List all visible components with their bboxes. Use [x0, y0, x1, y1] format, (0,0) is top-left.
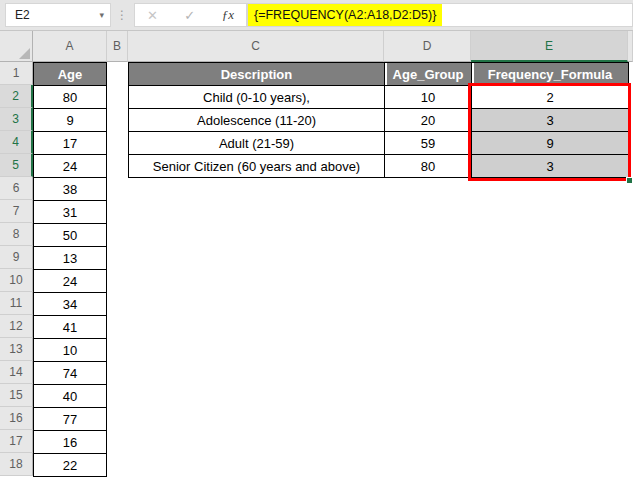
column-header-filler [628, 31, 633, 62]
column-header-d[interactable]: D [384, 31, 471, 62]
age-cell[interactable]: 24 [33, 154, 107, 178]
age-cell[interactable]: 34 [33, 292, 107, 316]
age-group-cell[interactable]: 59 [384, 131, 472, 155]
age-cell[interactable]: 24 [33, 269, 107, 293]
row-header-2[interactable]: 2 [0, 85, 33, 108]
age-cell[interactable]: 50 [33, 223, 107, 247]
row-header-4[interactable]: 4 [0, 131, 33, 154]
formula-text: {=FREQUENCY(A2:A18,D2:D5)} [248, 4, 442, 26]
age-group-cell[interactable]: 20 [384, 108, 472, 132]
row-header-5[interactable]: 5 [0, 154, 33, 177]
row-header-18[interactable]: 18 [0, 453, 33, 476]
age-cell[interactable]: 38 [33, 177, 107, 201]
row-header-14[interactable]: 14 [0, 361, 33, 384]
age-cell[interactable]: 17 [33, 131, 107, 155]
column-header-b[interactable]: B [107, 31, 128, 62]
row-header-13[interactable]: 13 [0, 338, 33, 361]
fill-handle[interactable] [626, 177, 633, 184]
column-header-a[interactable]: A [33, 31, 107, 62]
name-box[interactable]: E2 ▾ [5, 3, 111, 27]
row-header-7[interactable]: 7 [0, 200, 33, 223]
age-cell[interactable]: 16 [33, 430, 107, 454]
row-header-9[interactable]: 9 [0, 246, 33, 269]
frequency-cell[interactable]: 9 [471, 131, 629, 155]
description-cell[interactable]: Adolescence (11-20) [128, 108, 385, 132]
frequency-cell[interactable]: 3 [471, 108, 629, 132]
age-group-header-cell[interactable]: Age_Group [384, 62, 472, 86]
age-cell[interactable]: 22 [33, 453, 107, 477]
row-header-12[interactable]: 12 [0, 315, 33, 338]
chevron-down-icon[interactable]: ▾ [99, 11, 104, 20]
row-header-11[interactable]: 11 [0, 292, 33, 315]
age-cell[interactable]: 74 [33, 361, 107, 385]
description-cell[interactable]: Senior Citizen (60 years and above) [128, 154, 385, 178]
row-header-8[interactable]: 8 [0, 223, 33, 246]
frequency-header-cell[interactable]: Frequency_Formula [471, 62, 629, 86]
frequency-cell[interactable]: 2 [471, 85, 629, 109]
row-header-10[interactable]: 10 [0, 269, 33, 292]
age-cell[interactable]: 10 [33, 338, 107, 362]
cancel-icon[interactable]: ✕ [147, 8, 158, 23]
formula-buttons: ✕ ✓ ƒx [134, 3, 247, 27]
description-header-cell[interactable]: Description [128, 62, 385, 86]
row-header-3[interactable]: 3 [0, 108, 33, 131]
formula-input[interactable]: {=FREQUENCY(A2:A18,D2:D5)} [247, 3, 633, 27]
age-cell[interactable]: 31 [33, 200, 107, 224]
age-header-cell[interactable]: Age [33, 62, 107, 86]
select-all-triangle-icon [19, 48, 30, 59]
fx-icon[interactable]: ƒx [222, 7, 234, 23]
row-header-16[interactable]: 16 [0, 407, 33, 430]
age-cell[interactable]: 40 [33, 384, 107, 408]
column-header-c[interactable]: C [128, 31, 384, 62]
name-box-value: E2 [15, 8, 30, 22]
description-cell[interactable]: Adult (21-59) [128, 131, 385, 155]
vertical-dots-icon: ⋮ [116, 3, 128, 27]
spreadsheet-app: E2 ▾ ⋮ ✕ ✓ ƒx {=FREQUENCY(A2:A18,D2:D5)}… [0, 0, 633, 484]
row-header-17[interactable]: 17 [0, 430, 33, 453]
row-header-1[interactable]: 1 [0, 62, 33, 85]
frequency-cell[interactable]: 3 [471, 154, 629, 178]
formula-toolbar: E2 ▾ ⋮ ✕ ✓ ƒx {=FREQUENCY(A2:A18,D2:D5)} [0, 0, 633, 31]
age-cell[interactable]: 77 [33, 407, 107, 431]
age-cell[interactable]: 41 [33, 315, 107, 339]
row-header-6[interactable]: 6 [0, 177, 33, 200]
description-cell[interactable]: Child (0-10 years), [128, 85, 385, 109]
age-cell[interactable]: 80 [33, 85, 107, 109]
select-all-button[interactable] [0, 31, 33, 62]
age-group-cell[interactable]: 80 [384, 154, 472, 178]
age-cell[interactable]: 9 [33, 108, 107, 132]
enter-icon[interactable]: ✓ [184, 8, 195, 23]
age-cell[interactable]: 13 [33, 246, 107, 270]
column-header-e[interactable]: E [471, 31, 628, 62]
age-group-cell[interactable]: 10 [384, 85, 472, 109]
row-header-15[interactable]: 15 [0, 384, 33, 407]
